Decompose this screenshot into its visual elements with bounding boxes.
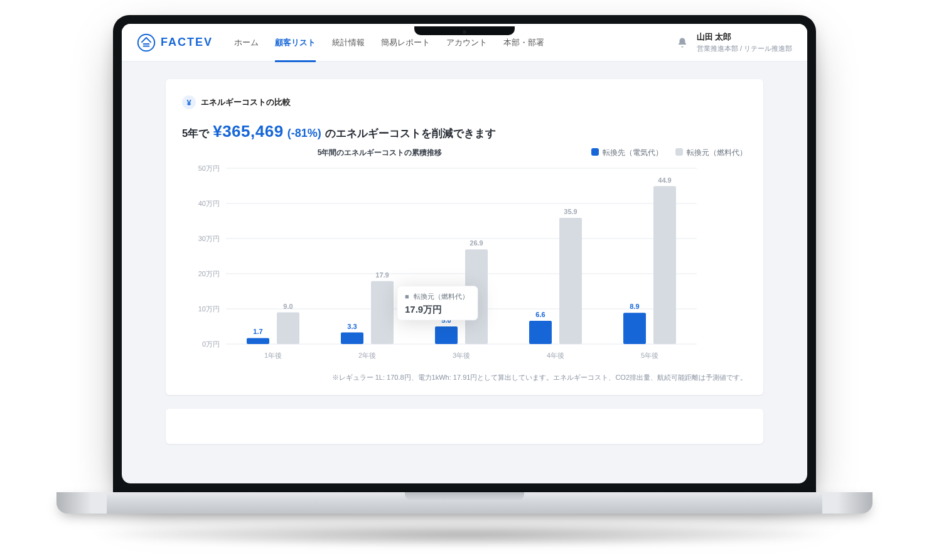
svg-text:3.3: 3.3 <box>347 323 357 330</box>
next-card-placeholder <box>166 409 763 444</box>
summary-line: 5年で ¥365,469 (-81%) のエネルギーコストを削減できます <box>182 122 747 141</box>
chart-header: 5年間のエネルギーコストの累積推移 転換先（電気代） 転換元（燃料代） <box>182 148 747 158</box>
svg-text:17.9万円: 17.9万円 <box>405 304 442 315</box>
bar-fuel[interactable] <box>653 186 676 344</box>
laptop-frame: FACTEV ホーム顧客リスト統計情報簡易レポートアカウント本部・部署 山田 太… <box>56 15 873 547</box>
screen-bezel: FACTEV ホーム顧客リスト統計情報簡易レポートアカウント本部・部署 山田 太… <box>113 15 816 492</box>
logo-text: FACTEV <box>161 36 213 49</box>
svg-text:転換元（燃料代）: 転換元（燃料代） <box>414 293 469 300</box>
legend-swatch-electric <box>591 148 599 156</box>
nav-item[interactable]: 顧客リスト <box>275 24 316 62</box>
svg-rect-1 <box>143 43 150 44</box>
svg-text:6.6: 6.6 <box>535 311 545 318</box>
legend-item-electric: 転換先（電気代） <box>591 148 663 158</box>
svg-text:3年後: 3年後 <box>453 352 470 359</box>
bar-fuel[interactable] <box>371 281 394 344</box>
svg-rect-30 <box>397 286 478 320</box>
svg-text:10万円: 10万円 <box>198 305 220 313</box>
svg-text:8.9: 8.9 <box>630 303 639 310</box>
user-block[interactable]: 山田 太郎 営業推進本部 / リテール推進部 <box>697 31 792 53</box>
nav-item[interactable]: 統計情報 <box>332 24 365 62</box>
summary-pct: (-81%) <box>287 127 321 140</box>
trackpad-notch <box>405 492 524 501</box>
svg-text:35.9: 35.9 <box>564 208 577 215</box>
summary-suffix: のエネルギーコストを削減できます <box>325 127 496 141</box>
svg-point-0 <box>138 34 154 50</box>
svg-text:4年後: 4年後 <box>547 352 564 359</box>
svg-text:30万円: 30万円 <box>198 235 220 242</box>
svg-text:1.7: 1.7 <box>253 328 262 335</box>
display: FACTEV ホーム顧客リスト統計情報簡易レポートアカウント本部・部署 山田 太… <box>122 24 807 483</box>
user-dept: 営業推進本部 / リテール推進部 <box>697 44 792 53</box>
svg-text:0万円: 0万円 <box>202 340 220 348</box>
svg-text:■: ■ <box>405 293 409 300</box>
svg-text:17.9: 17.9 <box>375 271 389 279</box>
bell-icon[interactable] <box>677 37 688 48</box>
chart-wrap: 5年間のエネルギーコストの累積推移 転換先（電気代） 転換元（燃料代） 0万円1… <box>182 148 747 363</box>
svg-text:20万円: 20万円 <box>198 270 220 277</box>
svg-text:26.9: 26.9 <box>470 239 483 247</box>
svg-text:40万円: 40万円 <box>198 200 220 207</box>
account-area: 山田 太郎 営業推進本部 / リテール推進部 <box>677 31 792 53</box>
keyboard-deck <box>56 492 873 514</box>
summary-amount: ¥365,469 <box>213 122 283 141</box>
card-title: エネルギーコストの比較 <box>201 97 291 108</box>
legend-swatch-fuel <box>675 148 683 156</box>
legend-item-fuel: 転換元（燃料代） <box>675 148 747 158</box>
svg-text:5年後: 5年後 <box>641 352 658 359</box>
svg-text:9.0: 9.0 <box>283 303 293 310</box>
yen-icon: ¥ <box>182 95 196 109</box>
svg-rect-2 <box>143 45 150 46</box>
logo-icon <box>137 33 156 52</box>
nav-item[interactable]: ホーム <box>234 24 259 62</box>
svg-text:2年後: 2年後 <box>358 352 376 359</box>
energy-cost-card: ¥ エネルギーコストの比較 5年で ¥365,469 (-81%) のエネルギー… <box>166 79 763 395</box>
svg-text:1年後: 1年後 <box>264 352 282 359</box>
bar-fuel[interactable] <box>559 218 582 344</box>
bar-electric[interactable] <box>529 321 552 344</box>
svg-text:50万円: 50万円 <box>198 164 220 172</box>
bar-electric[interactable] <box>341 333 363 344</box>
summary-prefix: 5年で <box>182 127 209 141</box>
camera-dot <box>463 30 466 34</box>
page-body: ¥ エネルギーコストの比較 5年で ¥365,469 (-81%) のエネルギー… <box>122 62 807 461</box>
tooltip: ■転換元（燃料代）17.9万円 <box>397 286 478 320</box>
bar-electric[interactable] <box>435 326 458 344</box>
footnote: ※レギュラー 1L: 170.8円、電力1kWh: 17.91円として算出してい… <box>182 373 747 382</box>
legend: 転換先（電気代） 転換元（燃料代） <box>591 148 747 158</box>
chart-title: 5年間のエネルギーコストの累積推移 <box>182 148 577 158</box>
bar-electric[interactable] <box>623 313 646 344</box>
bar-chart: 0万円10万円20万円30万円40万円50万円1.79.01年後3.317.92… <box>182 162 703 363</box>
card-header: ¥ エネルギーコストの比較 <box>182 95 747 109</box>
shadow <box>88 522 841 547</box>
user-name: 山田 太郎 <box>697 31 792 43</box>
logo[interactable]: FACTEV <box>137 33 213 52</box>
bar-fuel[interactable] <box>277 313 299 344</box>
svg-text:44.9: 44.9 <box>658 176 671 184</box>
bar-electric[interactable] <box>247 338 269 344</box>
